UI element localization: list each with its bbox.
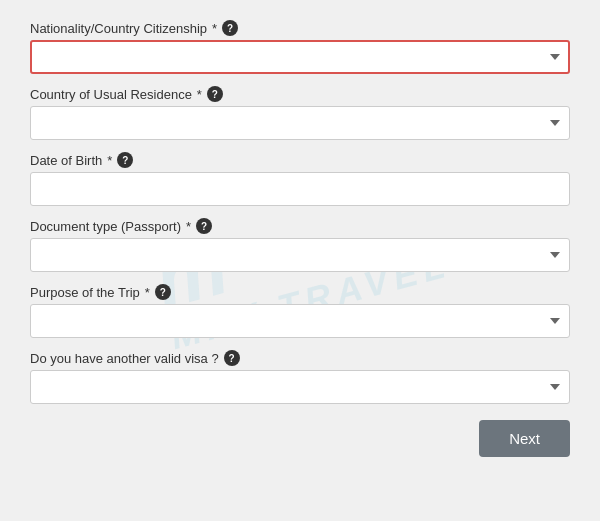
- purpose-label-text: Purpose of the Trip: [30, 285, 140, 300]
- residence-label-text: Country of Usual Residence: [30, 87, 192, 102]
- other-visa-label-text: Do you have another valid visa ?: [30, 351, 219, 366]
- other-visa-help-icon[interactable]: ?: [224, 350, 240, 366]
- purpose-label: Purpose of the Trip * ?: [30, 284, 570, 300]
- nationality-group: Nationality/Country Citizenship * ?: [30, 20, 570, 74]
- button-row: Next: [30, 420, 570, 457]
- nationality-select-wrapper: [30, 40, 570, 74]
- doctype-required: *: [186, 219, 191, 234]
- doctype-select-wrapper: [30, 238, 570, 272]
- dob-required: *: [107, 153, 112, 168]
- doctype-help-icon[interactable]: ?: [196, 218, 212, 234]
- dob-input[interactable]: [30, 172, 570, 206]
- nationality-label-text: Nationality/Country Citizenship: [30, 21, 207, 36]
- doctype-select[interactable]: [30, 238, 570, 272]
- dob-label: Date of Birth * ?: [30, 152, 570, 168]
- residence-help-icon[interactable]: ?: [207, 86, 223, 102]
- dob-label-text: Date of Birth: [30, 153, 102, 168]
- doctype-label-text: Document type (Passport): [30, 219, 181, 234]
- purpose-help-icon[interactable]: ?: [155, 284, 171, 300]
- other-visa-group: Do you have another valid visa ? ?: [30, 350, 570, 404]
- dob-group: Date of Birth * ?: [30, 152, 570, 206]
- purpose-group: Purpose of the Trip * ?: [30, 284, 570, 338]
- other-visa-select-wrapper: [30, 370, 570, 404]
- nationality-select[interactable]: [30, 40, 570, 74]
- other-visa-select[interactable]: [30, 370, 570, 404]
- doctype-group: Document type (Passport) * ?: [30, 218, 570, 272]
- other-visa-label: Do you have another valid visa ? ?: [30, 350, 570, 366]
- next-button[interactable]: Next: [479, 420, 570, 457]
- doctype-label: Document type (Passport) * ?: [30, 218, 570, 234]
- residence-required: *: [197, 87, 202, 102]
- purpose-select[interactable]: [30, 304, 570, 338]
- form-content: Nationality/Country Citizenship * ? Coun…: [30, 20, 570, 457]
- residence-group: Country of Usual Residence * ?: [30, 86, 570, 140]
- purpose-select-wrapper: [30, 304, 570, 338]
- page-container: m MAY TRAVEL Nationality/Country Citizen…: [0, 0, 600, 521]
- residence-select[interactable]: [30, 106, 570, 140]
- residence-label: Country of Usual Residence * ?: [30, 86, 570, 102]
- nationality-label: Nationality/Country Citizenship * ?: [30, 20, 570, 36]
- nationality-help-icon[interactable]: ?: [222, 20, 238, 36]
- nationality-required: *: [212, 21, 217, 36]
- purpose-required: *: [145, 285, 150, 300]
- dob-help-icon[interactable]: ?: [117, 152, 133, 168]
- residence-select-wrapper: [30, 106, 570, 140]
